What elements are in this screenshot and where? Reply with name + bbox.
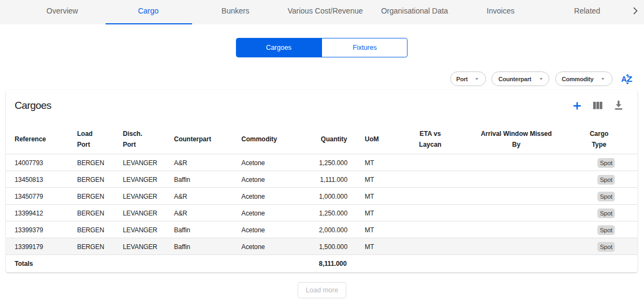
svg-text:Z: Z xyxy=(627,75,633,83)
